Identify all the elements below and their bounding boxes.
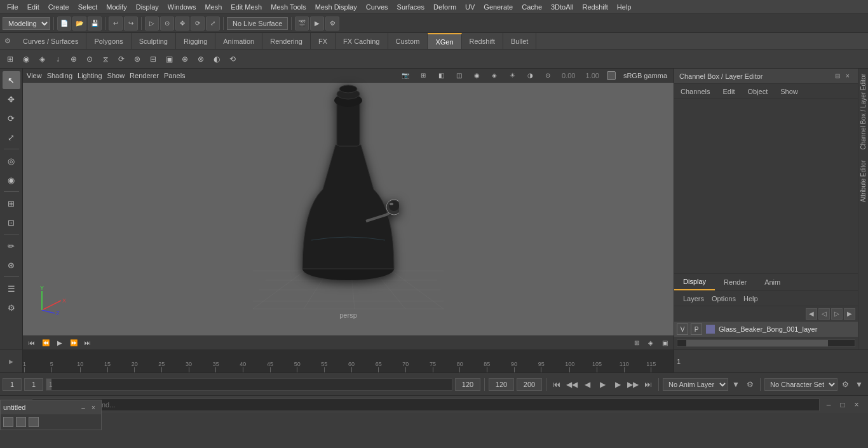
bb-step-fwd[interactable]: ▶▶	[627, 378, 639, 391]
view-menu[interactable]: View	[27, 72, 42, 79]
console-minimize-btn[interactable]: –	[822, 398, 835, 411]
menu-select[interactable]: Select	[74, 0, 102, 13]
wireframe-icon[interactable]: ◫	[452, 70, 465, 81]
menu-file[interactable]: File	[3, 0, 23, 13]
edit-tab[interactable]: Edit	[716, 84, 741, 98]
menu-deform[interactable]: Deform	[429, 0, 461, 13]
menu-mesh-tools[interactable]: Mesh Tools	[266, 0, 310, 13]
layers-scrollbar[interactable]	[677, 339, 855, 347]
vp-grid-toggle[interactable]: ⊞	[630, 337, 643, 349]
layers-menu[interactable]: Layers	[679, 295, 708, 302]
xgen-icon-11[interactable]: ▣	[161, 51, 177, 67]
xgen-icon-13[interactable]: ⊗	[193, 51, 208, 67]
panels-menu[interactable]: Panels	[164, 72, 186, 79]
console-restore-btn[interactable]: □	[836, 398, 849, 411]
menu-mesh[interactable]: Mesh	[200, 0, 226, 13]
menu-help[interactable]: Help	[613, 0, 636, 13]
undo-btn[interactable]: ↩	[109, 17, 123, 31]
menu-create[interactable]: Create	[44, 0, 74, 13]
scale-tool[interactable]: ⤢	[3, 128, 20, 146]
anim-layer-settings-btn[interactable]: ⚙	[743, 378, 756, 391]
menu-modify[interactable]: Modify	[102, 0, 131, 13]
open-file-btn[interactable]: 📂	[72, 17, 86, 31]
frame-start-input[interactable]	[3, 378, 22, 391]
lighting-icon[interactable]: ☀	[506, 70, 519, 81]
lasso-tool[interactable]: ⊡	[3, 214, 20, 231]
menu-display[interactable]: Display	[132, 0, 163, 13]
vp-resolution-gate[interactable]: ▣	[658, 337, 671, 349]
anim-tab[interactable]: Anim	[756, 274, 789, 290]
char-set-settings-btn[interactable]: ⚙	[839, 378, 851, 391]
char-set-menu-btn[interactable]: ▼	[853, 378, 865, 391]
render-tab[interactable]: Render	[715, 274, 756, 290]
xgen-icon-10[interactable]: ⊟	[146, 51, 161, 67]
menu-surfaces[interactable]: Surfaces	[393, 0, 429, 13]
bb-prev-frame[interactable]: ◀	[581, 378, 593, 391]
xgen-icon-2[interactable]: ◉	[18, 51, 34, 67]
bb-play[interactable]: ▶	[596, 378, 609, 391]
redo-btn[interactable]: ↪	[124, 17, 138, 31]
float-win-icon-3[interactable]	[29, 417, 39, 427]
menu-cache[interactable]: Cache	[517, 0, 546, 13]
timeline-ruler[interactable]: 1510152025303540455055606570758085909510…	[23, 350, 674, 372]
lasso-btn[interactable]: ⊙	[160, 17, 174, 31]
move-btn[interactable]: ✥	[175, 17, 189, 31]
grid-icon[interactable]: ⊞	[417, 70, 430, 81]
frame-end-total-input[interactable]	[517, 378, 542, 391]
float-win-icon-1[interactable]	[3, 417, 13, 427]
vp-playback-end[interactable]: ⏭	[81, 337, 94, 349]
shading-menu[interactable]: Shading	[47, 72, 72, 79]
menu-3dtoa[interactable]: 3DtoAll	[546, 0, 578, 13]
vp-play[interactable]: ▶	[53, 337, 66, 349]
ao-icon[interactable]: ⊙	[541, 70, 554, 81]
xgen-icon-6[interactable]: ⊙	[82, 51, 97, 67]
xgen-icon-9[interactable]: ⊛	[130, 51, 145, 67]
object-tab[interactable]: Object	[741, 84, 774, 98]
layer-prev2-btn[interactable]: ◁	[818, 308, 830, 320]
tab-bullet[interactable]: Bullet	[503, 33, 537, 49]
xgen-icon-3[interactable]: ◈	[34, 51, 50, 67]
xgen-icon-4[interactable]: ↓	[50, 51, 65, 67]
live-surface-btn[interactable]: No Live Surface	[227, 17, 288, 30]
shadow-icon[interactable]: ◑	[524, 70, 536, 81]
camera-icon[interactable]: 📷	[399, 70, 412, 81]
layer-item[interactable]: V P Glass_Beaker_Bong_001_layer	[674, 322, 858, 337]
new-file-btn[interactable]: 📄	[57, 17, 71, 31]
scale-btn[interactable]: ⤢	[206, 17, 220, 31]
rotate-btn[interactable]: ⟳	[191, 17, 205, 31]
menu-windows[interactable]: Windows	[163, 0, 201, 13]
tab-xgen[interactable]: XGen	[428, 33, 461, 49]
tab-rendering[interactable]: Rendering	[262, 33, 311, 49]
snap-tool[interactable]: ◎	[3, 152, 20, 170]
frame-current-input[interactable]	[24, 378, 43, 391]
display-mode[interactable]: ◧	[435, 70, 447, 81]
paint-tool[interactable]: ✏	[3, 237, 20, 255]
display-tab[interactable]: Display	[674, 274, 715, 290]
bb-step-back[interactable]: ◀◀	[566, 378, 578, 391]
side-tab-attribute-editor[interactable]: Attribute Editor	[858, 155, 868, 207]
float-win-icon-2[interactable]	[16, 417, 26, 427]
show-menu[interactable]: Show	[107, 72, 125, 79]
textured-icon[interactable]: ◈	[488, 70, 501, 81]
tab-sculpting[interactable]: Sculpting	[132, 33, 176, 49]
layer-prev-btn[interactable]: ◀	[806, 308, 817, 320]
bb-next-frame[interactable]: ▶	[611, 378, 624, 391]
sculpt-tool[interactable]: ⊛	[3, 256, 20, 274]
bb-play-start[interactable]: ⏮	[550, 378, 563, 391]
menu-mesh-display[interactable]: Mesh Display	[311, 0, 362, 13]
tab-fx-caching[interactable]: FX Caching	[336, 33, 388, 49]
menu-curves[interactable]: Curves	[362, 0, 393, 13]
marquee-tool[interactable]: ⊞	[3, 194, 20, 212]
shaded-icon[interactable]: ◉	[470, 70, 483, 81]
vp-step-back[interactable]: ⏪	[39, 337, 52, 349]
workspace-selector[interactable]: Modeling	[3, 17, 50, 30]
layer-visibility-btn[interactable]: V	[677, 323, 688, 335]
layer-next-btn[interactable]: ▶	[844, 308, 855, 320]
xgen-icon-5[interactable]: ⊕	[66, 51, 81, 67]
display-tool[interactable]: ☰	[3, 280, 20, 297]
menu-edit-mesh[interactable]: Edit Mesh	[226, 0, 266, 13]
tab-polygons[interactable]: Polygons	[86, 33, 131, 49]
vp-step-fwd[interactable]: ⏩	[67, 337, 80, 349]
tab-curves-surfaces[interactable]: Curves / Surfaces	[15, 33, 86, 49]
select-tool[interactable]: ↖	[3, 71, 20, 89]
